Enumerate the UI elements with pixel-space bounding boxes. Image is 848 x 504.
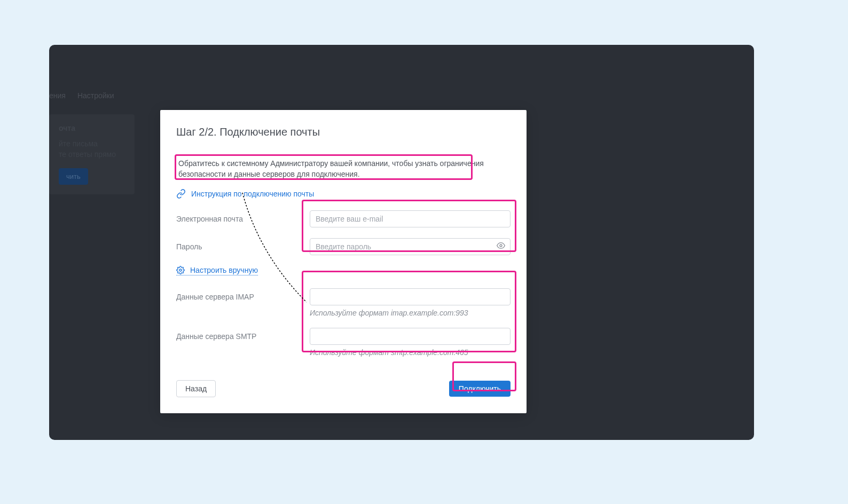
smtp-hint: Используйте формат smtp.example.com:465 [310, 348, 511, 357]
instruction-link[interactable]: Инструкция по подключению почты [176, 189, 314, 199]
nav-item-truncated: ения [49, 91, 66, 100]
manual-link-label: Настроить вручную [190, 266, 258, 274]
imap-input[interactable] [310, 288, 511, 305]
nav-item-settings: Настройки [77, 91, 114, 100]
link-icon [176, 189, 186, 199]
smtp-label: Данные сервера SMTP [176, 328, 299, 341]
svg-point-1 [179, 269, 182, 271]
back-button[interactable]: Назад [176, 380, 216, 397]
bg-card-line2: те ответы прямо [59, 149, 125, 160]
bg-card-line1: йте письма [59, 139, 125, 149]
modal-title: Шаг 2/2. Подключение почты [176, 126, 511, 138]
connect-button[interactable]: Подключить [449, 381, 511, 397]
email-connect-modal: Шаг 2/2. Подключение почты Обратитесь к … [160, 110, 527, 413]
instruction-link-label: Инструкция по подключению почты [191, 190, 314, 198]
email-label: Электронная почта [176, 210, 299, 223]
manual-settings-link[interactable]: Настроить вручную [176, 266, 258, 275]
smtp-input[interactable] [310, 328, 511, 345]
imap-hint: Используйте формат imap.example.com:993 [310, 309, 511, 317]
password-input[interactable] [310, 238, 511, 255]
info-text: Обратитесь к системному Администратору в… [176, 156, 511, 182]
password-label: Пароль [176, 238, 299, 251]
imap-label: Данные сервера IMAP [176, 288, 299, 301]
gear-icon [176, 266, 185, 274]
bg-card-title: очта [59, 124, 125, 132]
svg-point-0 [500, 245, 502, 247]
email-input[interactable] [310, 210, 511, 227]
eye-icon[interactable] [497, 241, 505, 252]
background-nav: ения Настройки [49, 91, 114, 100]
background-card: очта йте письма те ответы прямо чить [49, 114, 135, 194]
bg-card-button: чить [59, 168, 88, 185]
